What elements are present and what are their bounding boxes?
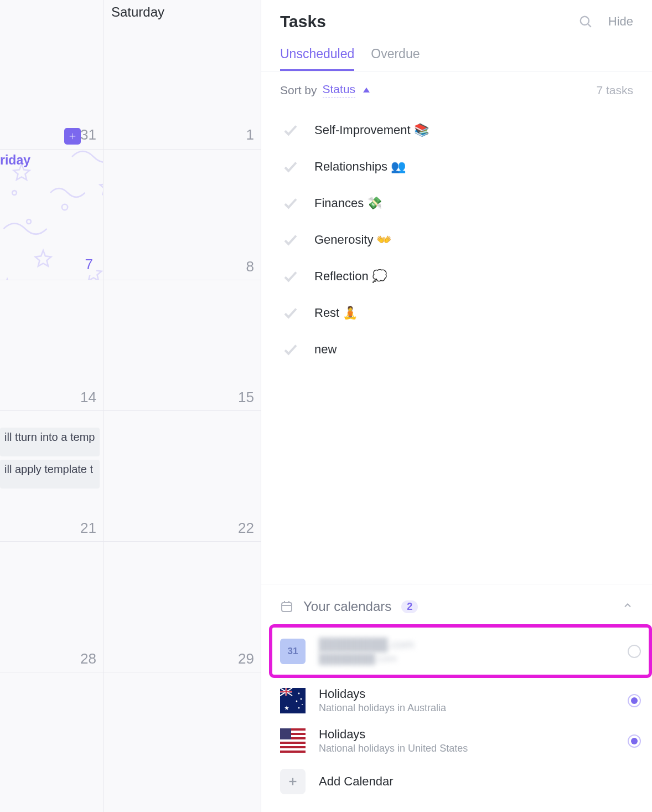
- date-number: 29: [238, 650, 254, 667]
- calendar-grid: 31: [0, 0, 261, 812]
- task-label: Rest 🧘: [314, 306, 358, 320]
- check-icon[interactable]: [282, 341, 299, 358]
- check-icon[interactable]: [282, 268, 299, 285]
- check-icon[interactable]: [282, 195, 299, 212]
- calendar-cell[interactable]: 29: [104, 542, 261, 672]
- panel-header: Tasks Hide: [261, 0, 652, 31]
- calendar-task-chip[interactable]: ill apply template t: [0, 460, 100, 489]
- tabs: Unscheduled Overdue: [261, 31, 652, 71]
- svg-point-16: [301, 698, 302, 700]
- check-icon[interactable]: [282, 232, 299, 248]
- calendar-radio[interactable]: [628, 694, 641, 707]
- plus-box-icon: [280, 769, 306, 794]
- flag-au-icon: [280, 688, 306, 713]
- google-calendar-icon: [280, 639, 306, 664]
- calendar-name: Holidays: [319, 727, 468, 742]
- calendar-icon: [280, 600, 293, 613]
- svg-line-7: [588, 24, 591, 27]
- svg-rect-26: [280, 751, 306, 753]
- chip-title: ill apply template t: [4, 463, 93, 475]
- your-calendars-section: Your calendars 2 ████████.com ████████.c…: [261, 584, 652, 812]
- calendar-name: Holidays: [319, 687, 446, 701]
- sort-dropdown[interactable]: Status: [323, 83, 356, 97]
- svg-rect-25: [280, 746, 306, 748]
- calendar-sub: National holidays in Australia: [319, 702, 446, 714]
- chip-sub: [4, 477, 95, 485]
- task-label: Relationships 👥: [314, 160, 406, 174]
- calendar-column-friday: 31: [0, 0, 104, 812]
- hide-button[interactable]: Hide: [608, 14, 633, 29]
- calendar-item-holidays-au[interactable]: Holidays National holidays in Australia: [280, 680, 641, 721]
- task-label: new: [314, 342, 337, 357]
- calendar-count-badge: 2: [401, 600, 418, 613]
- calendar-cell[interactable]: 14: [0, 280, 103, 411]
- date-number: 8: [246, 258, 254, 275]
- calendar-task-chip[interactable]: ill tturn into a temp: [0, 428, 100, 456]
- sort-label: Sort by: [280, 84, 317, 97]
- calendar-radio[interactable]: [628, 645, 641, 658]
- date-number: 31: [80, 126, 96, 143]
- svg-point-18: [298, 707, 300, 708]
- calendar-column-saturday: Saturday 1 8 15 22 29: [104, 0, 261, 812]
- date-number: 21: [80, 520, 96, 537]
- svg-point-2: [62, 204, 68, 210]
- check-icon[interactable]: [282, 122, 299, 138]
- svg-point-5: [12, 191, 17, 195]
- date-number: 14: [80, 389, 96, 406]
- day-header-friday: 31: [0, 0, 103, 150]
- task-item[interactable]: Relationships 👥: [282, 148, 641, 185]
- calendar-cell[interactable]: 15: [104, 280, 261, 411]
- svg-point-6: [581, 17, 589, 25]
- calendar-list: ████████.com ████████.com Holidays Natio…: [261, 628, 652, 812]
- plus-icon: [68, 131, 77, 141]
- tab-overdue[interactable]: Overdue: [371, 47, 420, 71]
- calendar-cell[interactable]: ill tturn into a temp ill apply template…: [0, 411, 103, 542]
- search-icon[interactable]: [578, 14, 593, 29]
- task-item[interactable]: Generosity 👐: [282, 222, 641, 258]
- task-item[interactable]: Rest 🧘: [282, 295, 641, 331]
- calendar-cell[interactable]: 28: [0, 542, 103, 672]
- check-icon[interactable]: [282, 158, 299, 175]
- flag-us-icon: [280, 728, 306, 754]
- calendar-cell[interactable]: riday 7: [0, 150, 103, 280]
- add-event-button[interactable]: [64, 128, 81, 145]
- svg-rect-27: [280, 728, 291, 739]
- calendar-item-primary[interactable]: ████████.com ████████.com: [272, 628, 649, 675]
- svg-rect-24: [280, 742, 306, 744]
- sort-bar: Sort by Status 7 tasks: [261, 71, 652, 109]
- plus-icon: [287, 775, 299, 788]
- task-label: Self-Improvement 📚: [314, 123, 429, 137]
- date-number: 22: [238, 520, 254, 537]
- add-calendar-button[interactable]: Add Calendar: [280, 761, 641, 799]
- svg-rect-8: [282, 603, 292, 611]
- svg-point-3: [27, 219, 31, 224]
- calendar-sub: ████████.com: [319, 653, 414, 665]
- task-item[interactable]: Reflection 💭: [282, 258, 641, 295]
- task-count: 7 tasks: [596, 84, 633, 97]
- chip-title: ill tturn into a temp: [4, 431, 95, 443]
- weekday-label: Saturday: [111, 4, 253, 20]
- svg-point-17: [296, 700, 298, 702]
- tab-unscheduled[interactable]: Unscheduled: [280, 47, 354, 71]
- calendar-cell[interactable]: 8: [104, 150, 261, 280]
- date-number: 28: [80, 650, 96, 667]
- caret-up-icon[interactable]: [363, 88, 370, 92]
- task-label: Generosity 👐: [314, 233, 392, 247]
- calendar-radio[interactable]: [628, 734, 641, 748]
- task-item[interactable]: Finances 💸: [282, 185, 641, 222]
- chevron-up-icon: [622, 600, 633, 611]
- date-number: 7: [82, 254, 96, 275]
- collapse-button[interactable]: [622, 600, 633, 613]
- chip-sub: [4, 445, 95, 453]
- check-icon[interactable]: [282, 305, 299, 321]
- task-item[interactable]: new: [282, 331, 641, 368]
- task-label: Reflection 💭: [314, 269, 387, 284]
- task-list: Self-Improvement 📚 Relationships 👥 Finan…: [261, 109, 652, 368]
- calendar-cell[interactable]: 22: [104, 411, 261, 542]
- task-item[interactable]: Self-Improvement 📚: [282, 112, 641, 148]
- task-label: Finances 💸: [314, 196, 382, 210]
- tasks-panel: Tasks Hide Unscheduled Overdue Sort by S…: [261, 0, 652, 812]
- date-number: 15: [238, 389, 254, 406]
- calendar-item-holidays-us[interactable]: Holidays National holidays in United Sta…: [280, 721, 641, 761]
- your-calendars-header[interactable]: Your calendars 2: [261, 599, 652, 625]
